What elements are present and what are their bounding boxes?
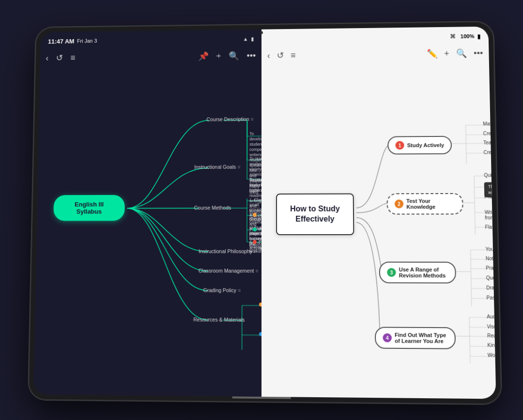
camera bbox=[260, 31, 263, 34]
left-status-bar: 11:47 AM Fri Jan 3 ▲ ▮ bbox=[40, 30, 262, 49]
central-node-right[interactable]: How to Study Effectively bbox=[276, 194, 354, 235]
branch-label-1: Study Actively bbox=[407, 142, 445, 148]
sub-study-1: Make question sheets/flashcar... bbox=[483, 120, 496, 126]
tooltip-box: This helps to identi...weak spots bbox=[484, 182, 496, 197]
battery-percent: 100% bbox=[461, 33, 475, 39]
branch-num-4: 4 bbox=[383, 333, 392, 343]
svg-line-28 bbox=[466, 125, 466, 164]
battery-icon-left: ▮ bbox=[251, 36, 254, 42]
left-canvas: English III Syllabus Course Description … bbox=[33, 65, 262, 396]
left-mindmap-svg bbox=[33, 65, 262, 396]
sub-test-1: Quiz Friends in a stu... bbox=[484, 172, 496, 178]
sub-study-2: Create a study guide for each t... bbox=[483, 130, 496, 136]
sub-learn-3: Reading/Writing bbox=[487, 333, 496, 339]
sub-rev-3: Practice cases bbox=[486, 265, 496, 270]
svg-line-34 bbox=[474, 176, 475, 235]
branch-study-actively[interactable]: 1 Study Actively bbox=[387, 136, 452, 155]
back-button-right[interactable]: ‹ bbox=[267, 51, 270, 60]
branch-inst-goals: Instructional Goals ≡ bbox=[194, 164, 240, 170]
undo-button-left[interactable]: ↺ bbox=[56, 53, 63, 63]
branch-learner-type[interactable]: 4 Find Out What Type of Learner You Are bbox=[375, 327, 456, 349]
sub-rev-6: Past papers bbox=[486, 295, 496, 301]
svg-line-41 bbox=[471, 250, 472, 306]
sub-study-3: Teach someone bbox=[483, 140, 496, 145]
sub-rev-1: Youtube videos bbox=[485, 246, 496, 252]
branch-course-desc: Course Description ≡ bbox=[206, 116, 253, 122]
time-display: 11:47 AM bbox=[48, 38, 75, 45]
pencil-icon-right[interactable]: ✏️ bbox=[427, 48, 437, 59]
branch-resources: Resources & Materials bbox=[193, 316, 245, 323]
sub-learn-4: Kinesthetic bbox=[487, 343, 496, 348]
branch-label-2: Test Your Knowledge bbox=[406, 198, 455, 210]
branch-course-methods: Course Methods bbox=[194, 205, 231, 210]
add-button-left[interactable]: + bbox=[216, 51, 221, 61]
search-button-right[interactable]: 🔍 bbox=[456, 48, 467, 59]
sub-study-4: Create summary maps bbox=[483, 150, 496, 155]
sub-required: Required bbox=[259, 301, 262, 306]
list-button-right[interactable]: ≡ bbox=[291, 50, 295, 60]
branch-grading: Grading Policy ≡ bbox=[203, 287, 241, 293]
svg-line-49 bbox=[469, 317, 470, 363]
sub-rev-5: Drawing diagra... bbox=[486, 285, 496, 291]
wifi-icon-left: ▲ bbox=[243, 36, 248, 42]
undo-button-right[interactable]: ↺ bbox=[277, 50, 284, 61]
right-toolbar: ‹ ↺ ≡ ✏️ + 🔍 ••• bbox=[262, 44, 489, 65]
ipad-screen: 11:47 AM Fri Jan 3 ▲ ▮ ‹ ↺ ≡ 📌 + 🔍 ••• bbox=[33, 27, 496, 399]
branch-test-knowledge[interactable]: 2 Test Your Knowledge bbox=[386, 193, 463, 215]
more-button-right[interactable]: ••• bbox=[474, 48, 483, 59]
sub-learn-2: Visual bbox=[487, 324, 496, 330]
sub-rev-2: Notes bbox=[486, 256, 496, 261]
date-display: Fri Jan 3 bbox=[77, 38, 97, 44]
branch-inst-philosophy: Instructional Philosophy ≡ bbox=[199, 248, 257, 254]
branch-label-4: Find Out What Type of Learner You Are bbox=[395, 332, 448, 344]
more-button-left[interactable]: ••• bbox=[247, 51, 256, 61]
sub-learn-5: Work to your streng... bbox=[488, 352, 496, 358]
wifi-icon-right: ⌘ bbox=[450, 33, 456, 40]
list-button-left[interactable]: ≡ bbox=[70, 53, 75, 62]
sub-method-4: 4.Peer writing workshops bbox=[249, 239, 262, 254]
pin-icon-left[interactable]: 📌 bbox=[198, 51, 209, 62]
ipad-device: 11:47 AM Fri Jan 3 ▲ ▮ ‹ ↺ ≡ 📌 + 🔍 ••• bbox=[29, 22, 501, 404]
search-button-left[interactable]: 🔍 bbox=[229, 51, 239, 61]
branch-num-2: 2 bbox=[395, 199, 404, 208]
branch-classroom-mgmt: Classroom Management ≡ bbox=[199, 268, 259, 273]
sub-test-5: Flashcards 'ANKI' a... bbox=[485, 224, 496, 229]
back-button-left[interactable]: ‹ bbox=[46, 53, 48, 63]
branch-num-1: 1 bbox=[395, 141, 404, 150]
home-bar bbox=[232, 396, 291, 399]
branch-revision-methods[interactable]: 3 Use A Range of Revision Methods bbox=[379, 262, 456, 284]
branch-num-3: 3 bbox=[387, 268, 396, 277]
central-node-left[interactable]: English III Syllabus bbox=[53, 195, 125, 221]
branch-label-3: Use A Range of Revision Methods bbox=[399, 267, 448, 279]
right-panel: ⌘ 100% ▮ ‹ ↺ ≡ ✏️ + 🔍 ••• bbox=[262, 27, 496, 399]
left-panel: 11:47 AM Fri Jan 3 ▲ ▮ ‹ ↺ ≡ 📌 + 🔍 ••• bbox=[33, 30, 262, 397]
sub-test-4: Write out summariesfrom memory bbox=[485, 210, 496, 220]
right-status-bar: ⌘ 100% ▮ bbox=[262, 27, 489, 46]
add-button-right[interactable]: + bbox=[444, 48, 449, 59]
battery-bar-icon: ▮ bbox=[477, 32, 480, 40]
left-toolbar: ‹ ↺ ≡ 📌 + 🔍 ••• bbox=[40, 46, 262, 68]
right-canvas: How to Study Effectively 1 Study Activel… bbox=[262, 62, 496, 399]
sub-rev-4: Question Banks bbox=[486, 275, 496, 281]
sub-suggested: Suggested bbox=[259, 331, 262, 336]
sub-learn-1: Auditory bbox=[487, 314, 496, 320]
